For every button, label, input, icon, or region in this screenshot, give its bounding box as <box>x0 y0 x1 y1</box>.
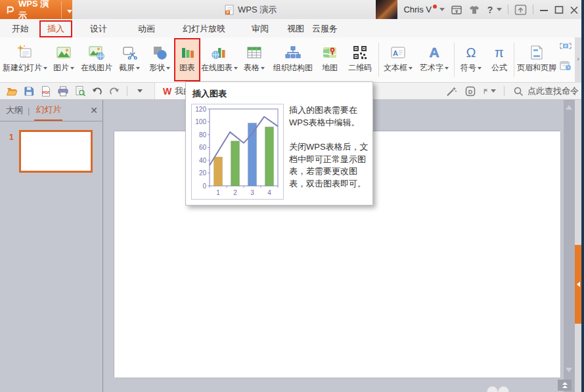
notification-badge <box>433 5 437 9</box>
table-button[interactable]: 表格 <box>239 39 269 81</box>
picture-button[interactable]: 图片 <box>49 39 79 81</box>
date-time-button[interactable] <box>559 60 572 74</box>
task-flag-icon <box>483 85 489 97</box>
ribbon-button-row: 新建幻灯片图片在线图片截屏形状图表在线图表表格组织结构图地图二维码A文本框A艺术… <box>1 37 558 82</box>
scroll-jump-button[interactable] <box>558 380 572 391</box>
org-chart-button[interactable]: 组织结构图 <box>269 39 317 81</box>
table-label: 表格 <box>244 62 265 74</box>
maximize-button[interactable] <box>554 4 564 16</box>
screenshot-button[interactable]: 截屏 <box>114 39 145 81</box>
close-panel-icon[interactable]: ✕ <box>90 105 98 116</box>
tab-slides[interactable]: 幻灯片 <box>34 100 62 121</box>
document-tab[interactable]: P WPS 演示 <box>218 0 283 19</box>
textbox-icon: A <box>390 44 407 61</box>
undo-button[interactable] <box>91 85 104 98</box>
close-button[interactable] <box>570 4 579 16</box>
print-button[interactable] <box>56 85 70 98</box>
beautify-wand-icon <box>445 85 457 97</box>
find-command-button[interactable]: 点此查找命令 <box>512 85 579 97</box>
minimize-button[interactable] <box>539 4 549 16</box>
redo-icon <box>108 85 120 97</box>
qrcode-button[interactable]: 二维码 <box>343 39 377 81</box>
chart-button[interactable]: 图表 <box>175 39 200 81</box>
dropdown-caret-icon <box>136 67 140 70</box>
undo-icon <box>91 85 103 97</box>
scroll-down-icon[interactable] <box>566 368 572 372</box>
ribbon-tab-动画[interactable]: 动画 <box>138 23 155 35</box>
skin-icon <box>468 4 480 16</box>
search-icon <box>512 85 524 97</box>
qrcode-icon <box>351 43 369 62</box>
dropdown-caret-icon <box>166 67 170 70</box>
header-footer-icon <box>528 43 545 62</box>
save-button[interactable] <box>22 85 35 98</box>
minimize-icon <box>539 4 549 16</box>
wps-w-logo-icon: W <box>163 86 171 97</box>
ribbon-tab-幻灯片放映[interactable]: 幻灯片放映 <box>183 23 225 35</box>
screenshot-label: 截屏 <box>119 62 140 74</box>
export-pdf-button[interactable]: PDF <box>39 85 53 98</box>
vertical-scrollbar[interactable] <box>564 100 575 392</box>
print-icon <box>57 85 69 97</box>
print-preview-button[interactable] <box>74 85 87 98</box>
formula-button[interactable]: π公式 <box>486 39 512 81</box>
chart-icon <box>179 43 196 62</box>
app-menu-caret-icon[interactable] <box>61 1 72 18</box>
ribbon-tab-视图[interactable]: 视图 <box>287 23 304 35</box>
ribbon-tab-插入[interactable]: 插入 <box>39 20 72 37</box>
textbox-label: 文本框 <box>384 62 413 74</box>
beautify-wand-button[interactable] <box>445 85 458 98</box>
document-title: WPS 演示 <box>238 4 277 16</box>
account-menu[interactable]: Chris V <box>403 5 445 14</box>
scroll-up-icon[interactable] <box>566 105 572 110</box>
skin-button[interactable] <box>468 4 480 16</box>
task-pane-handle[interactable] <box>575 245 581 324</box>
open-folder-button[interactable] <box>5 85 18 98</box>
app-menu-button[interactable]: WPS 演示 <box>0 0 72 19</box>
chart-preview-plot: 0204060801001201234 <box>192 104 283 199</box>
formula-icon: π <box>491 44 508 61</box>
docer-icon: D <box>464 85 476 97</box>
symbol-button[interactable]: Ω符号 <box>456 39 486 81</box>
dropdown-caret-icon <box>409 67 413 70</box>
ribbon-overflow-chevron[interactable]: › <box>575 54 581 62</box>
wordart-icon: A <box>426 44 443 61</box>
svg-text:1: 1 <box>216 189 220 196</box>
wallet-button[interactable]: ¥ <box>451 4 462 16</box>
dropdown-caret-icon <box>261 67 265 70</box>
chart-icon <box>179 44 196 61</box>
tooltip-body: 插入的图表需要在WPS表格中编辑。 关闭WPS表格后，文档中即可正常显示图表，若… <box>289 104 369 190</box>
ribbon-tab-开始[interactable]: 开始 <box>12 23 29 35</box>
collapse-ribbon-button[interactable] <box>514 4 527 16</box>
svg-text:A: A <box>429 45 439 60</box>
slide-number-button[interactable]: # <box>559 40 572 54</box>
symbol-icon: Ω <box>462 43 480 62</box>
ribbon-tab-审阅[interactable]: 审阅 <box>252 23 269 35</box>
map-button[interactable]: 地图 <box>317 39 343 81</box>
online-picture-button[interactable]: 在线图片 <box>79 39 114 81</box>
online-chart-button[interactable]: 在线图表 <box>200 39 239 81</box>
tab-outline[interactable]: 大纲 <box>6 104 23 116</box>
svg-text:D: D <box>468 88 473 95</box>
toolbar-separator <box>127 86 127 96</box>
symbol-icon: Ω <box>462 44 480 61</box>
ribbon-tab-设计[interactable]: 设计 <box>90 23 107 35</box>
redo-button[interactable] <box>108 85 121 98</box>
user-avatar[interactable] <box>376 0 397 19</box>
textbox-button[interactable]: A文本框 <box>380 39 416 81</box>
header-footer-button[interactable]: 页眉和页脚 <box>516 39 558 81</box>
shapes-label: 形状 <box>149 62 170 74</box>
toolbar-customize-caret[interactable] <box>133 85 146 98</box>
wordart-button[interactable]: A艺术字 <box>416 39 453 81</box>
titlebar: WPS 演示 P WPS 演示 Chris V ¥? <box>0 0 584 19</box>
table-icon <box>246 44 263 61</box>
task-flag-button[interactable] <box>483 85 496 98</box>
shapes-button[interactable]: 形状 <box>145 39 175 81</box>
slide-panel: 大纲 | 幻灯片 ✕ 1 <box>0 100 103 392</box>
ribbon-tab-云服务[interactable]: 云服务 <box>312 23 338 35</box>
table-icon <box>246 43 263 62</box>
new-slide-button[interactable]: 新建幻灯片 <box>1 39 49 81</box>
slide-thumbnail[interactable] <box>19 130 93 173</box>
docer-button[interactable]: D <box>464 85 477 98</box>
help-button[interactable]: ? <box>486 4 502 16</box>
